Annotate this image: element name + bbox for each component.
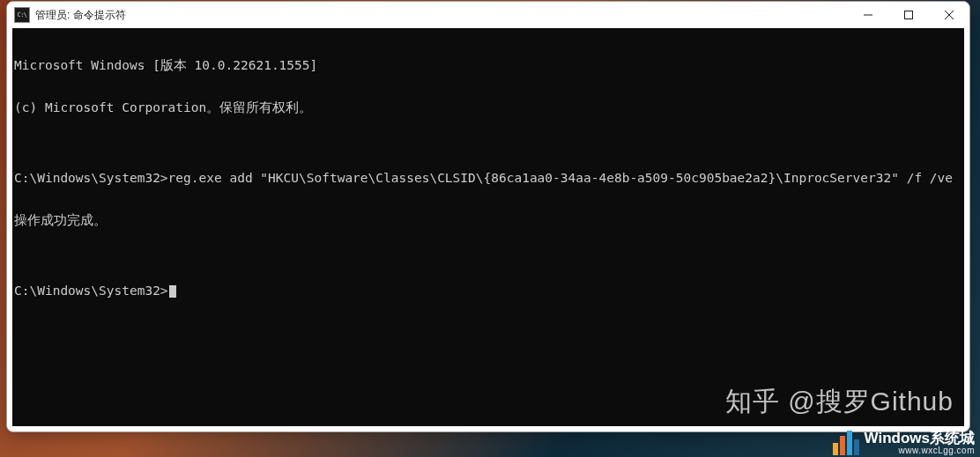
titlebar-left: C:\ 管理员: 命令提示符 — [14, 7, 126, 23]
maximize-button[interactable] — [888, 2, 929, 28]
terminal-prompt: C:\Windows\System32> — [14, 284, 168, 298]
terminal-line: C:\Windows\System32>reg.exe add "HKCU\So… — [14, 171, 964, 185]
terminal-line: 操作成功完成。 — [14, 213, 964, 227]
terminal-line: (c) Microsoft Corporation。保留所有权利。 — [14, 100, 964, 114]
terminal-prompt-line: C:\Windows\System32> — [14, 284, 964, 298]
brand-text: Windows系统城 www.wxcLgg.com — [865, 431, 975, 455]
brand-logo-icon — [833, 431, 859, 455]
window-title: 管理员: 命令提示符 — [35, 8, 126, 23]
terminal-line: Microsoft Windows [版本 10.0.22621.1555] — [14, 58, 964, 72]
close-icon — [945, 11, 954, 19]
titlebar[interactable]: C:\ 管理员: 命令提示符 — [7, 2, 969, 28]
brand-sub: www.wxcLgg.com — [899, 446, 975, 456]
window-controls — [848, 2, 969, 28]
svg-rect-1 — [905, 11, 913, 19]
maximize-icon — [904, 11, 913, 19]
brand-main: Windows系统城 — [865, 431, 975, 446]
minimize-icon — [864, 11, 872, 19]
minimize-button[interactable] — [848, 2, 888, 28]
terminal-area[interactable]: Microsoft Windows [版本 10.0.22621.1555] (… — [12, 28, 964, 426]
cmd-icon: C:\ — [14, 7, 30, 23]
terminal-cursor — [169, 285, 176, 298]
close-button[interactable] — [929, 2, 969, 28]
command-prompt-window: C:\ 管理员: 命令提示符 Microsoft Windows [版本 10.… — [6, 1, 970, 432]
